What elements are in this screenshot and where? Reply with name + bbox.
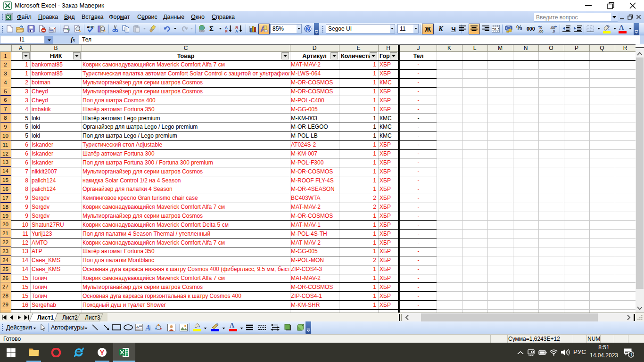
svg-text:1: 1 — [630, 352, 633, 357]
svg-text:Лист3: Лист3 — [85, 314, 100, 321]
svg-text:Я: Я — [225, 29, 228, 33]
svg-text:Лист2: Лист2 — [62, 314, 78, 321]
svg-text:А: А — [235, 29, 238, 33]
svg-text:Лист1: Лист1 — [37, 314, 54, 321]
svg-text:A: A — [145, 324, 151, 331]
svg-text:A: A — [136, 325, 139, 329]
svg-text:,0: ,0 — [552, 29, 555, 33]
svg-text:a: a — [494, 27, 496, 31]
svg-text:Y: Y — [100, 349, 105, 356]
svg-text:,00: ,00 — [538, 29, 543, 33]
svg-text:ABC: ABC — [87, 25, 95, 29]
svg-text:?: ? — [306, 27, 309, 32]
